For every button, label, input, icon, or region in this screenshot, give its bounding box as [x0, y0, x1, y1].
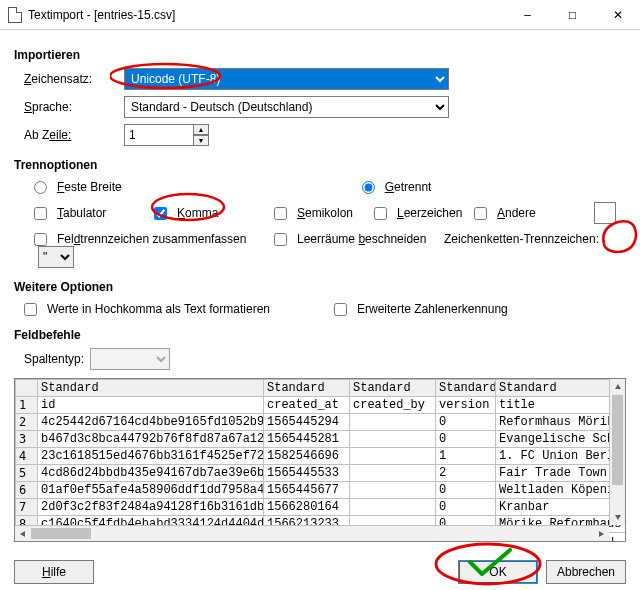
semicolon-checkbox[interactable]: Semikolon	[274, 206, 374, 220]
fromrow-down[interactable]: ▼	[193, 135, 209, 146]
column-header[interactable]: Standard	[496, 380, 626, 397]
table-row[interactable]: 54cd86d24bbdb435e94167db7ae39e6b61565445…	[16, 465, 626, 482]
cancel-button[interactable]: Abbrechen	[546, 560, 626, 584]
titlebar: Textimport - [entries-15.csv] – □ ✕	[0, 0, 640, 30]
extended-numbers-checkbox[interactable]: Erweiterte Zahlenerkennung	[334, 302, 508, 316]
fromrow-input[interactable]	[124, 124, 194, 146]
close-button[interactable]: ✕	[595, 0, 640, 30]
other-checkbox[interactable]: Andere	[474, 206, 554, 220]
tab-checkbox[interactable]: Tabulator	[34, 206, 154, 220]
merge-delimiters-checkbox[interactable]: Feldtrennzeichen zusammenfassen	[34, 232, 274, 246]
minimize-button[interactable]: –	[505, 0, 550, 30]
quoted-as-text-checkbox[interactable]: Werte in Hochkomma als Text formatieren	[24, 302, 334, 316]
section-import: Importieren	[14, 48, 626, 62]
language-combo[interactable]: Standard - Deutsch (Deutschland)	[124, 96, 449, 118]
ok-button[interactable]: OK	[458, 560, 538, 584]
column-type-label: Spaltentyp:	[24, 352, 84, 366]
space-checkbox[interactable]: Leerzeichen	[374, 206, 474, 220]
table-row[interactable]: 601af0ef55afe4a58906ddf1dd7958a4f1565445…	[16, 482, 626, 499]
string-delim-combo[interactable]: "	[38, 246, 74, 268]
vertical-scrollbar[interactable]	[609, 379, 625, 525]
section-other: Weitere Optionen	[14, 280, 626, 294]
table-row[interactable]: 3b467d3c8bca44792b76f8fd87a67a1231565445…	[16, 431, 626, 448]
column-header[interactable]: Standard	[436, 380, 496, 397]
column-header[interactable]: Standard	[350, 380, 436, 397]
column-type-combo[interactable]	[90, 348, 170, 370]
window-title: Textimport - [entries-15.csv]	[28, 8, 175, 22]
table-row[interactable]: 423c1618515ed4676bb3161f4525ef7201582546…	[16, 448, 626, 465]
separated-radio[interactable]: Getrennt	[362, 180, 432, 194]
preview-table[interactable]: StandardStandardStandardStandardStandard…	[14, 378, 626, 542]
comma-checkbox[interactable]: Komma	[154, 206, 274, 220]
document-icon	[8, 7, 22, 23]
charset-combo[interactable]: Unicode (UTF-8)	[124, 68, 449, 90]
fromrow-label: Ab Zeile:	[14, 128, 124, 142]
fixed-width-radio[interactable]: Feste Breite	[34, 180, 122, 194]
language-label: Sprache:	[14, 100, 124, 114]
table-row[interactable]: 24c25442d67164cd4bbe9165fd1052b961565445…	[16, 414, 626, 431]
table-row[interactable]: 72d0f3c2f83f2484a94128f16b3161dbb1566280…	[16, 499, 626, 516]
string-delim-label: Zeichenketten-Trennzeichen:	[444, 232, 599, 246]
other-separator-input[interactable]	[594, 202, 616, 224]
column-header[interactable]: Standard	[38, 380, 264, 397]
horizontal-scrollbar[interactable]	[15, 525, 609, 541]
maximize-button[interactable]: □	[550, 0, 595, 30]
trim-spaces-checkbox[interactable]: Leerräume beschneiden	[274, 232, 444, 246]
table-row[interactable]: 1idcreated_atcreated_byversiontitle	[16, 397, 626, 414]
charset-label: Zeichensatz:	[14, 72, 124, 86]
fromrow-up[interactable]: ▲	[193, 124, 209, 135]
column-header[interactable]: Standard	[264, 380, 350, 397]
section-separators: Trennoptionen	[14, 158, 626, 172]
section-fields: Feldbefehle	[14, 328, 626, 342]
help-button[interactable]: Hilfe	[14, 560, 94, 584]
